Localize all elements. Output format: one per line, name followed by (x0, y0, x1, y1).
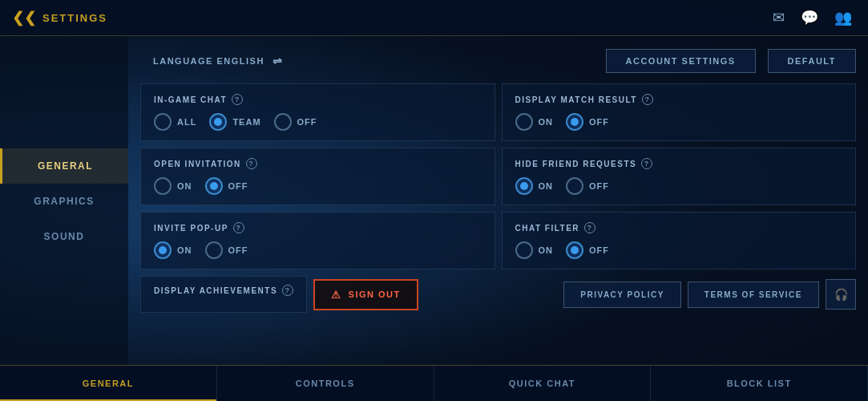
nav-quick-chat[interactable]: QUICK CHAT (434, 366, 652, 401)
in-game-chat-options: ALL TEAM OFF (154, 113, 482, 131)
invite-popup-on[interactable]: ON (154, 241, 192, 259)
radio-oi-on-label: ON (177, 181, 192, 191)
open-invitation-help-icon[interactable]: ? (246, 158, 257, 169)
radio-ip-off-label: OFF (228, 245, 248, 255)
default-button[interactable]: DEFAULT (768, 49, 856, 73)
display-match-result-title: DISPLAY MATCH RESULT ? (515, 94, 843, 105)
in-game-chat-help-icon[interactable]: ? (232, 94, 243, 105)
radio-all-label: ALL (177, 117, 196, 127)
headset-button[interactable]: 🎧 (826, 279, 856, 310)
display-achievements-panel: DISPLAY ACHIEVEMENTS ? (140, 276, 307, 313)
radio-cf-on-label: ON (539, 245, 554, 255)
open-invitation-options: ON OFF (154, 177, 482, 195)
in-game-chat-team[interactable]: TEAM (209, 113, 260, 131)
display-achievements-title: DISPLAY ACHIEVEMENTS ? (154, 285, 293, 296)
in-game-chat-title: IN-GAME CHAT ? (154, 94, 482, 105)
radio-on-circle (515, 113, 533, 131)
language-swap-icon: ⇌ (273, 55, 284, 67)
bottom-row: DISPLAY ACHIEVEMENTS ? ⚠ SIGN OUT PRIVAC… (140, 276, 856, 313)
in-game-chat-panel: IN-GAME CHAT ? ALL TEAM OFF (140, 83, 495, 141)
friends-icon[interactable]: 👥 (834, 9, 852, 26)
account-settings-button[interactable]: ACCOUNT SETTINGS (606, 49, 756, 73)
chat-filter-panel: CHAT FILTER ? ON OFF (502, 212, 857, 269)
hide-friend-on[interactable]: ON (515, 177, 554, 195)
chat-filter-off[interactable]: OFF (566, 241, 609, 259)
sign-out-button[interactable]: ⚠ SIGN OUT (313, 279, 418, 310)
display-match-options: ON OFF (515, 113, 843, 131)
language-button[interactable]: LANGUAGE ENGLISH ⇌ (140, 48, 296, 74)
radio-cf-off-circle (566, 241, 583, 259)
hide-friend-requests-title: HIDE FRIEND REQUESTS ? (515, 158, 843, 169)
headset-icon: 🎧 (834, 288, 848, 301)
radio-off2-label: OFF (589, 117, 609, 127)
mail-icon[interactable]: ✉ (773, 9, 785, 26)
hide-friend-off[interactable]: OFF (566, 177, 609, 195)
radio-oi-on-circle (154, 177, 172, 195)
chat-filter-options: ON OFF (515, 241, 843, 259)
nav-general[interactable]: GENERAL (0, 366, 217, 401)
sidebar-item-graphics[interactable]: GRAPHICS (0, 184, 128, 219)
settings-grid: IN-GAME CHAT ? ALL TEAM OFF (140, 83, 856, 269)
radio-team-label: TEAM (232, 117, 260, 127)
chat-filter-title: CHAT FILTER ? (515, 222, 843, 233)
back-chevron-icon[interactable]: ❮❮ (12, 9, 36, 26)
page-title: SETTINGS (42, 12, 107, 24)
sidebar-item-sound[interactable]: SOUND (0, 219, 128, 254)
in-game-chat-off[interactable]: OFF (274, 113, 317, 131)
radio-off-label: OFF (297, 117, 317, 127)
display-match-off[interactable]: OFF (566, 113, 609, 131)
language-label: LANGUAGE ENGLISH (153, 56, 264, 66)
hide-friend-requests-panel: HIDE FRIEND REQUESTS ? ON OFF (502, 148, 857, 205)
hide-friend-help-icon[interactable]: ? (641, 158, 652, 169)
invite-popup-off[interactable]: OFF (205, 241, 248, 259)
radio-team-circle (209, 113, 227, 131)
sidebar-item-general[interactable]: GENERAL (0, 148, 128, 184)
hide-friend-options: ON OFF (515, 177, 843, 195)
chat-icon[interactable]: 💬 (801, 9, 818, 26)
radio-hf-off-circle (566, 177, 583, 195)
bottom-nav: GENERAL CONTROLS QUICK CHAT BLOCK LIST (0, 365, 868, 401)
open-invitation-title: OPEN INVITATION ? (154, 158, 482, 169)
nav-controls[interactable]: CONTROLS (217, 366, 434, 401)
radio-ip-on-label: ON (177, 245, 192, 255)
header: ❮❮ SETTINGS ✉ 💬 👥 (0, 0, 868, 36)
invite-popup-options: ON OFF (154, 241, 482, 259)
display-match-on[interactable]: ON (515, 113, 554, 131)
display-achievements-help-icon[interactable]: ? (282, 285, 293, 296)
radio-cf-off-label: OFF (589, 245, 609, 255)
radio-hf-off-label: OFF (589, 181, 609, 191)
open-invitation-on[interactable]: ON (154, 177, 192, 195)
radio-off2-circle (566, 113, 583, 131)
chat-filter-on[interactable]: ON (515, 241, 554, 259)
top-controls: LANGUAGE ENGLISH ⇌ ACCOUNT SETTINGS DEFA… (140, 48, 856, 74)
radio-hf-on-circle (515, 177, 533, 195)
privacy-policy-button[interactable]: PRIVACY POLICY (563, 282, 681, 308)
radio-hf-on-label: ON (539, 181, 554, 191)
nav-block-list[interactable]: BLOCK LIST (651, 366, 868, 401)
invite-popup-panel: INVITE POP-UP ? ON OFF (140, 212, 495, 269)
sidebar: GENERAL GRAPHICS SOUND (0, 36, 128, 365)
header-icons: ✉ 💬 👥 (773, 9, 868, 26)
display-match-help-icon[interactable]: ? (642, 94, 653, 105)
radio-oi-off-circle (205, 177, 223, 195)
main-content: LANGUAGE ENGLISH ⇌ ACCOUNT SETTINGS DEFA… (128, 36, 868, 365)
radio-on-label: ON (539, 117, 554, 127)
open-invitation-off[interactable]: OFF (205, 177, 248, 195)
radio-cf-on-circle (515, 241, 533, 259)
terms-of-service-button[interactable]: TERMS OF SERVICE (688, 282, 819, 308)
open-invitation-panel: OPEN INVITATION ? ON OFF (140, 148, 495, 205)
radio-all-circle (154, 113, 172, 131)
invite-popup-title: INVITE POP-UP ? (154, 222, 482, 233)
radio-ip-off-circle (205, 241, 223, 259)
invite-popup-help-icon[interactable]: ? (233, 222, 244, 233)
radio-off-circle (274, 113, 292, 131)
in-game-chat-all[interactable]: ALL (154, 113, 196, 131)
chat-filter-help-icon[interactable]: ? (584, 222, 595, 233)
header-left: ❮❮ SETTINGS (0, 9, 107, 26)
warning-icon: ⚠ (331, 289, 342, 301)
radio-ip-on-circle (154, 241, 172, 259)
display-match-result-panel: DISPLAY MATCH RESULT ? ON OFF (502, 83, 857, 141)
radio-oi-off-label: OFF (228, 181, 248, 191)
